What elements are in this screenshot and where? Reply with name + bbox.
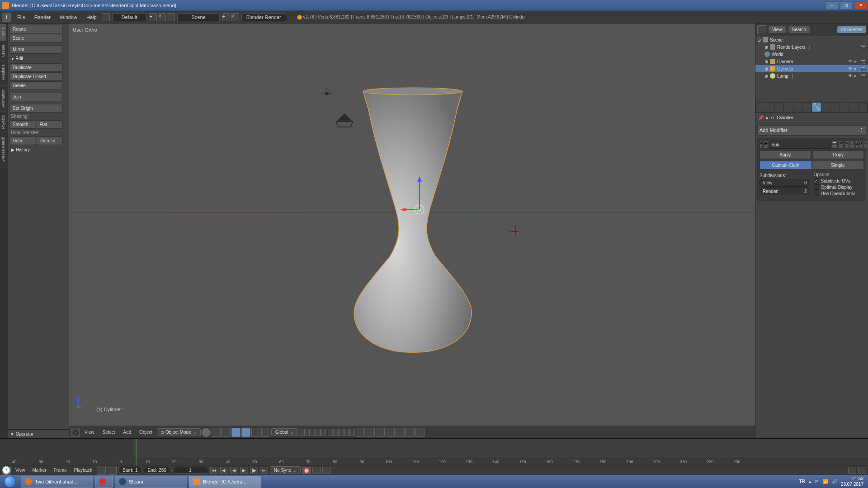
scale-button[interactable]: Scale xyxy=(9,34,63,42)
end-frame-field[interactable]: End:250 xyxy=(144,467,170,474)
tray-flag-icon[interactable]: 🏳 xyxy=(815,479,819,484)
use-opensubdiv-checkbox[interactable]: Use OpenSubdiv xyxy=(814,191,864,196)
manipulator-translate-icon[interactable] xyxy=(241,428,250,437)
layout-add-icon[interactable]: + xyxy=(149,13,157,21)
tl-range-icon[interactable] xyxy=(97,466,106,475)
outliner-renderlayers[interactable]: ⊕RenderLayers| 📷 xyxy=(755,43,868,51)
layout-remove-icon[interactable]: × xyxy=(158,13,166,21)
data-layout-button[interactable]: Data La xyxy=(37,136,63,145)
layer-btn-5[interactable] xyxy=(321,429,326,436)
prop-tab-world[interactable] xyxy=(784,103,793,112)
set-origin-dropdown[interactable]: Set Origin⋮ xyxy=(9,104,63,113)
shading-solid-icon[interactable] xyxy=(202,428,211,437)
outliner[interactable]: ⊖Scene ⊕RenderLayers| 📷 World ⊕Camera 👁 … xyxy=(755,36,868,102)
manipulator-toggle-icon[interactable] xyxy=(231,428,241,437)
lock-camera-icon[interactable] xyxy=(356,428,365,437)
layer-btn-8[interactable] xyxy=(339,429,344,436)
scene-add-icon[interactable]: + xyxy=(222,13,230,21)
tab-grease-pencil[interactable]: Grease Pencil xyxy=(0,133,6,166)
layout-dropdown[interactable]: Default xyxy=(112,13,147,21)
camera-sel-icon[interactable]: ▸ xyxy=(854,59,860,64)
editor-type-3dview-icon[interactable]: ◇ xyxy=(71,428,80,437)
render-subdivisions-field[interactable]: Render:2 xyxy=(760,188,810,195)
manipulator-scale-icon[interactable] xyxy=(261,428,270,437)
tab-create[interactable]: Create xyxy=(0,41,6,61)
play-reverse-icon[interactable]: ◀ xyxy=(230,467,238,474)
tab-physics[interactable]: Physics xyxy=(0,111,6,133)
lang-indicator[interactable]: TR xyxy=(799,479,805,484)
taskbar-clock[interactable]: 21:53 23.07.2017 xyxy=(841,476,863,487)
autokey-icon[interactable]: ⬤ xyxy=(302,467,311,474)
start-button[interactable] xyxy=(0,475,20,488)
outliner-camera[interactable]: ⊕Camera 👁 ▸ 📷 xyxy=(755,58,868,65)
catmull-clark-button[interactable]: Catmull-Clark xyxy=(760,161,812,169)
layer-btn-10[interactable] xyxy=(349,429,355,436)
tl-menu-view[interactable]: View xyxy=(13,468,28,473)
mod-editmode-toggle-icon[interactable]: ✎ xyxy=(844,141,849,149)
prop-tab-particles[interactable] xyxy=(849,103,858,112)
simple-button[interactable]: Simple xyxy=(812,161,864,169)
outliner-world[interactable]: World xyxy=(755,51,868,58)
operator-header[interactable]: ▼ Operator xyxy=(10,432,67,436)
cylinder-sel-icon[interactable]: ▸ xyxy=(854,66,860,71)
rotate-button[interactable]: Rotate xyxy=(9,25,63,33)
view-subdivisions-field[interactable]: View:6 xyxy=(760,179,810,187)
transform-gizmo[interactable] xyxy=(399,173,435,218)
duplicate-button[interactable]: Duplicate xyxy=(9,63,63,72)
pivot-icon[interactable] xyxy=(212,428,221,437)
tray-volume-icon[interactable]: 🔊 xyxy=(832,479,837,484)
subdivide-uvs-checkbox[interactable]: Subdivide UVs xyxy=(814,178,864,183)
orientation-dropdown[interactable]: Global⌄ xyxy=(271,428,298,436)
lamp-render-icon[interactable]: 📷 xyxy=(861,73,866,79)
close-button[interactable]: ✕ xyxy=(854,1,867,9)
copy-button[interactable]: Copy xyxy=(813,150,864,159)
keying-layer-icon[interactable] xyxy=(322,467,330,474)
snap-toggle-icon[interactable] xyxy=(366,428,375,437)
cylinder-render-icon[interactable]: 📷 xyxy=(861,66,866,71)
prop-tab-render[interactable] xyxy=(756,103,765,112)
scene-dropdown[interactable]: Scene xyxy=(177,13,219,21)
prop-tab-texture[interactable] xyxy=(840,103,849,112)
mod-realtime-toggle-icon[interactable]: 👁 xyxy=(839,141,844,149)
maximize-button[interactable]: □ xyxy=(840,1,853,9)
prop-edit-icon[interactable] xyxy=(386,428,395,437)
timeline-playhead[interactable] xyxy=(136,439,137,465)
editor-type-outliner-icon[interactable] xyxy=(757,25,766,34)
mod-movedown-icon[interactable]: ▾ xyxy=(860,141,863,149)
mod-expand-icon[interactable]: ▾ xyxy=(760,141,763,149)
tray-network-icon[interactable]: 📶 xyxy=(823,479,828,484)
tl-menu-frame[interactable]: Frame xyxy=(51,468,70,473)
mirror-button[interactable]: Mirror xyxy=(9,45,63,54)
data-button[interactable]: Data xyxy=(9,136,36,145)
mode-dropdown[interactable]: ◘Object Mode⌄ xyxy=(157,428,201,436)
sync-dropdown[interactable]: No Sync⌄ xyxy=(270,466,301,474)
add-modifier-dropdown[interactable]: Add Modifier xyxy=(757,125,866,136)
renderlayers-render-icon[interactable]: 📷 xyxy=(861,44,866,50)
task-item-opera[interactable] xyxy=(95,476,113,488)
scene-browse-icon[interactable] xyxy=(167,13,175,21)
pin-icon[interactable]: 📌 xyxy=(758,115,764,120)
modifier-name-field[interactable] xyxy=(769,141,831,149)
optimal-display-checkbox[interactable]: Optimal Display xyxy=(814,184,864,190)
viewport-canvas[interactable]: User Ortho xyxy=(69,23,755,426)
mod-delete-icon[interactable]: × xyxy=(864,141,867,149)
tl-menu-marker[interactable]: Marker xyxy=(30,468,49,473)
tl-lock-icon[interactable] xyxy=(108,466,117,475)
tab-animation[interactable]: Animation xyxy=(0,85,6,111)
current-frame-field[interactable]: 1 xyxy=(172,467,208,474)
prop-tab-renderlayers[interactable] xyxy=(765,103,774,112)
smooth-button[interactable]: Smooth xyxy=(9,120,36,129)
tab-relations[interactable]: Relations xyxy=(0,61,6,85)
keyframe-prev-icon[interactable]: ◀| xyxy=(220,467,228,474)
task-item-firefox[interactable]: Two Diffrent shad... xyxy=(21,476,93,488)
layer-btn-2[interactable] xyxy=(304,429,310,436)
mod-moveup-icon[interactable]: ▴ xyxy=(856,141,859,149)
camera-render-icon[interactable]: 📷 xyxy=(861,59,866,64)
outliner-lamp[interactable]: ⊕Lamp| 👁 ▸ 📷 xyxy=(755,72,868,80)
layer-btn-7[interactable] xyxy=(333,429,339,436)
play-icon[interactable]: ▶ xyxy=(240,467,248,474)
prop-tab-object[interactable] xyxy=(793,103,802,112)
join-button[interactable]: Join xyxy=(9,93,63,101)
lamp-vis-icon[interactable]: 👁 xyxy=(848,73,854,79)
prop-tab-constraints[interactable] xyxy=(802,103,811,112)
